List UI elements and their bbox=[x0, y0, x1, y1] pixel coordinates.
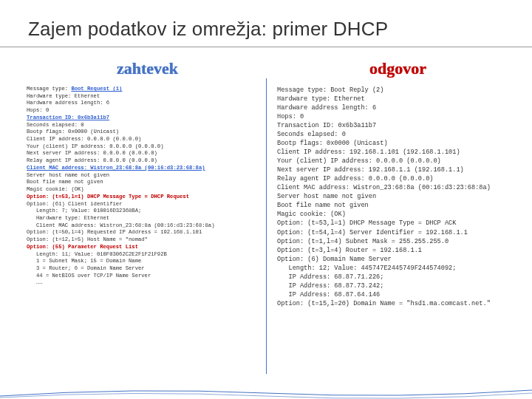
code-line: Option: (t=3,l=4) Router = 192.168.1.1 bbox=[277, 246, 519, 255]
code-line: Seconds elapsed: 0 bbox=[277, 130, 519, 139]
code-line: Hops: 0 bbox=[27, 107, 268, 115]
code-line: Hardware type: Ethernet bbox=[27, 215, 268, 222]
code-line: Client IP address: 192.168.1.101 (192.16… bbox=[277, 148, 519, 157]
code-line: Client MAC address: Wistron_23:68:8a (00… bbox=[277, 183, 519, 192]
code-line: Message type: Boot Request (1) bbox=[27, 86, 268, 93]
code-line: Your (client) IP address: 0.0.0.0 (0.0.0… bbox=[27, 143, 268, 151]
code-line: Your (client) IP address: 0.0.0.0 (0.0.0… bbox=[277, 157, 519, 166]
code-line: Option: (t=54,l=4) Server Identifier = 1… bbox=[277, 228, 519, 237]
code-line: Relay agent IP address: 0.0.0.0 (0.0.0.0… bbox=[277, 174, 519, 183]
right-heading: odgovor bbox=[277, 59, 519, 78]
left-code-block: Message type: Boot Request (1)Hardware t… bbox=[27, 86, 268, 287]
code-line: Next server IP address: 0.0.0.0 (0.0.0.0… bbox=[27, 150, 268, 157]
code-line: Bootp flags: 0x0000 (Unicast) bbox=[27, 129, 268, 136]
code-line: Option: (t=50,l=4) Requested IP Address … bbox=[27, 229, 268, 236]
code-line: Hardware type: Ethernet bbox=[277, 95, 519, 103]
slide-title: Zajem podatkov iz omrežja: primer DHCP bbox=[0, 0, 532, 47]
code-line: Option: (55) Parameter Request List bbox=[27, 244, 268, 251]
code-line: IP Address: 68.87.64.146 bbox=[277, 290, 519, 299]
code-line: Magic cookie: (OK) bbox=[27, 186, 268, 194]
footer-decoration bbox=[0, 386, 532, 399]
left-column: zahtevek Message type: Boot Request (1)H… bbox=[22, 53, 273, 308]
code-line: Hardware address length: 6 bbox=[277, 103, 519, 112]
code-line: Option: (t=15,l=20) Domain Name = "hsd1.… bbox=[277, 299, 519, 308]
code-line: Hardware address length: 6 bbox=[27, 100, 268, 107]
code-line: Option: (6) Domain Name Server bbox=[277, 255, 519, 264]
code-line: Hardware type: Ethernet bbox=[27, 93, 268, 100]
column-divider bbox=[266, 78, 267, 374]
code-line: Relay agent IP address: 0.0.0.0 (0.0.0.0… bbox=[27, 157, 268, 165]
code-line: Option: (t=1,l=4) Subnet Mask = 255.255.… bbox=[277, 237, 519, 246]
code-line: IP Address: 68.87.73.242; bbox=[277, 282, 519, 290]
code-line: Server host name not given bbox=[27, 172, 268, 180]
left-heading: zahtevek bbox=[27, 59, 268, 78]
code-line: Seconds elapsed: 0 bbox=[27, 122, 268, 129]
code-line: Client MAC address: Wistron_23:68:8a (00… bbox=[27, 222, 268, 230]
code-line: Length: 12; Value: 445747E2445749F244574… bbox=[277, 264, 519, 273]
code-line: Option: (t=53,l=1) DHCP Message Type = D… bbox=[277, 219, 519, 228]
code-line: IP Address: 68.87.71.226; bbox=[277, 273, 519, 282]
code-line: Hops: 0 bbox=[277, 112, 519, 121]
code-line: Option: (61) Client identifier bbox=[27, 201, 268, 208]
code-line: Length: 7; Value: 010016D32368BA; bbox=[27, 208, 268, 215]
code-line: Transaction ID: 0x6b3a11b7 bbox=[277, 121, 519, 130]
code-line: Length: 11; Value: 010F03062C2E2F1F21F92… bbox=[27, 251, 268, 259]
code-line: Transaction ID: 0x6b3a11b7 bbox=[27, 115, 268, 122]
code-line: Option: (t=12,l=5) Host Name = "nomad" bbox=[27, 236, 268, 244]
code-line: Bootp flags: 0x0000 (Unicast) bbox=[277, 139, 519, 148]
code-line: Magic cookie: (OK) bbox=[277, 210, 519, 219]
code-line: Next server IP address: 192.168.1.1 (192… bbox=[277, 166, 519, 174]
code-line: Client MAC address: Wistron_23:68:8a (00… bbox=[27, 165, 268, 172]
code-line: Boot file name not given bbox=[27, 179, 268, 186]
right-column: odgovor Message type: Boot Reply (2)Hard… bbox=[273, 53, 523, 308]
code-line: Option: (t=53,l=1) DHCP Message Type = D… bbox=[27, 194, 268, 201]
code-line: …… bbox=[27, 279, 268, 287]
right-code-block: Message type: Boot Reply (2)Hardware typ… bbox=[277, 86, 519, 308]
code-line: 3 = Router; 6 = Domain Name Server bbox=[27, 265, 268, 273]
code-line: 44 = NetBIOS over TCP/IP Name Server bbox=[27, 273, 268, 280]
code-line: Message type: Boot Reply (2) bbox=[277, 86, 519, 95]
code-line: 1 = Subnet Mask; 15 = Domain Name bbox=[27, 258, 268, 265]
code-line: Server host name not given bbox=[277, 192, 519, 201]
code-line: Client IP address: 0.0.0.0 (0.0.0.0) bbox=[27, 136, 268, 143]
code-line: Boot file name not given bbox=[277, 201, 519, 210]
